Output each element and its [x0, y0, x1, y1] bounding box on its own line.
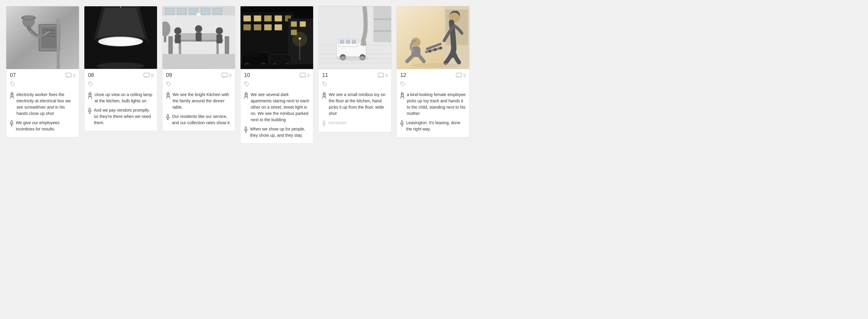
svg-rect-27 [89, 108, 91, 111]
voiceover-row-08: And we pay vendors promptly so they're t… [88, 107, 153, 126]
comment-icon-11 [378, 73, 384, 78]
voiceover-row-10: When we show up for people, they show up… [244, 126, 310, 139]
svg-point-126 [411, 63, 459, 68]
card-image-09 [162, 6, 235, 69]
card-tag-area-07[interactable] [6, 80, 79, 90]
mic-icon-11 [322, 120, 326, 127]
storyboard-card-09[interactable]: 09 0 [162, 6, 236, 131]
person-icon-10 [244, 92, 248, 100]
card-tag-area-11[interactable] [318, 80, 391, 90]
card-comment-09[interactable]: 0 [222, 73, 231, 78]
comment-count-10: 0 [307, 73, 310, 78]
svg-rect-24 [144, 73, 149, 77]
svg-rect-112 [323, 121, 325, 123]
svg-rect-15 [11, 121, 12, 123]
svg-rect-9 [24, 16, 34, 19]
card-header-07: 07 0 [6, 69, 79, 80]
card-header-11: 11 0 [318, 69, 391, 80]
svg-point-25 [89, 83, 90, 84]
svg-rect-47 [196, 32, 202, 41]
person-icon-08 [88, 92, 92, 100]
card-number-12: 12 [400, 72, 406, 79]
card-number-11: 11 [322, 72, 328, 79]
card-body-12: a kind-looking female employee picks up … [397, 90, 469, 134]
svg-rect-98 [340, 40, 344, 44]
card-image-11 [318, 6, 391, 69]
svg-rect-107 [373, 30, 391, 32]
voiceover-text-10: When we show up for people, they show up… [250, 126, 310, 139]
card-tag-area-10[interactable] [241, 80, 313, 90]
scene-row-11: We see a small minibus toy on the floor … [322, 92, 388, 117]
comment-count-12: 0 [463, 73, 466, 78]
svg-rect-105 [373, 7, 391, 42]
storyboard-card-07[interactable]: 07 0 [6, 6, 79, 137]
storyboard-card-10[interactable]: 10 0 [240, 6, 313, 144]
storyboard-card-11[interactable]: 11 0 [318, 6, 392, 132]
scene-text-12: a kind-looking female employee picks up … [407, 92, 466, 117]
svg-rect-130 [401, 121, 403, 123]
svg-rect-72 [300, 21, 306, 27]
card-comment-07[interactable]: 0 [65, 73, 75, 78]
scene-text-08: close up view on a ceiling lamp at the k… [95, 92, 153, 104]
tag-icon-12 [400, 81, 406, 87]
storyboard-card-08[interactable]: 08 0 [84, 6, 157, 131]
voiceover-row-07: We give our employees incentives for res… [10, 120, 75, 132]
voiceover-row-11: Voiceover [322, 120, 388, 127]
comment-icon-07 [65, 73, 71, 78]
card-body-09: We see the bright Kitchen with the famil… [162, 90, 235, 127]
card-tag-area-09[interactable] [162, 80, 235, 90]
svg-point-48 [216, 27, 223, 34]
card-number-09: 09 [166, 72, 172, 79]
svg-rect-61 [244, 16, 251, 22]
svg-rect-127 [456, 73, 462, 77]
card-comment-11[interactable]: 0 [378, 73, 388, 78]
mic-icon-07 [10, 120, 13, 127]
storyboard-card-12[interactable]: 12 0 [396, 6, 470, 137]
svg-point-110 [323, 83, 324, 84]
svg-rect-12 [66, 73, 71, 77]
card-header-09: 09 0 [162, 69, 235, 80]
card-body-11: We see a small minibus toy on the floor … [318, 90, 391, 128]
svg-point-21 [104, 38, 137, 45]
card-comment-10[interactable]: 0 [300, 73, 310, 78]
card-comment-08[interactable]: 0 [144, 73, 153, 78]
storyboard-cards: 07 0 [6, 6, 862, 144]
scene-row-07: electricity worker fixes the electricity… [10, 92, 75, 117]
card-header-12: 12 0 [397, 69, 469, 80]
tag-icon-11 [322, 81, 328, 87]
svg-point-46 [195, 25, 202, 32]
scene-text-07: electricity worker fixes the electricity… [17, 92, 75, 117]
voiceover-text-09: Our residents like our service, and our … [172, 113, 231, 126]
svg-rect-66 [264, 24, 272, 30]
svg-rect-11 [57, 19, 60, 69]
svg-rect-85 [300, 73, 305, 77]
svg-point-128 [401, 83, 402, 84]
svg-rect-67 [275, 24, 282, 30]
card-tag-area-12[interactable] [397, 80, 469, 90]
card-tag-area-08[interactable] [84, 80, 157, 90]
svg-rect-45 [175, 34, 181, 44]
person-icon-09 [166, 92, 170, 100]
svg-rect-106 [373, 19, 391, 20]
svg-rect-71 [291, 21, 297, 27]
svg-point-124 [434, 48, 437, 51]
comment-icon-12 [456, 73, 462, 78]
svg-rect-69 [254, 24, 261, 30]
svg-point-13 [11, 83, 12, 84]
voiceover-text-07: We give our employees incentives for res… [16, 120, 75, 132]
person-icon-11 [322, 92, 326, 100]
comment-icon-09 [222, 73, 228, 78]
svg-rect-78 [244, 51, 260, 57]
card-image-10 [241, 6, 313, 69]
card-number-08: 08 [88, 72, 94, 79]
svg-rect-49 [217, 34, 222, 44]
card-comment-12[interactable]: 0 [456, 73, 466, 78]
svg-rect-109 [378, 73, 383, 77]
svg-rect-36 [213, 8, 222, 14]
card-image-07 [6, 6, 79, 69]
card-body-07: electricity worker fixes the electricity… [6, 90, 79, 134]
voiceover-text-12: Leasington. It's leasing, done the right… [406, 120, 466, 132]
mic-icon-09 [166, 114, 169, 121]
svg-rect-88 [245, 127, 247, 129]
comment-count-11: 0 [385, 73, 388, 78]
